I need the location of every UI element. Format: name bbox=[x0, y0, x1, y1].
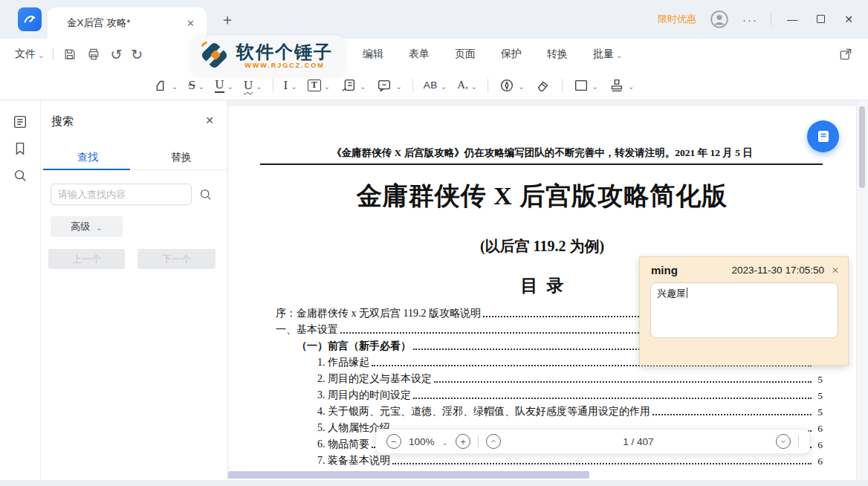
doc-rule bbox=[260, 163, 823, 165]
chevron-down-icon bbox=[441, 79, 447, 92]
chevron-down-icon bbox=[360, 79, 366, 92]
print-button[interactable] bbox=[86, 47, 101, 62]
insert-text-tool-button[interactable]: A, bbox=[452, 74, 482, 97]
tab-title: 金X后宫 攻略* bbox=[67, 16, 187, 30]
highlight-tool-button[interactable] bbox=[147, 74, 183, 97]
maximize-button[interactable] bbox=[813, 13, 828, 25]
insert-caret-tool-button[interactable]: I bbox=[279, 74, 302, 97]
menu-page[interactable]: 页面 bbox=[455, 48, 476, 61]
menu-batch[interactable]: 批量 bbox=[593, 48, 622, 61]
chevron-down-icon bbox=[395, 79, 401, 92]
undo-button[interactable]: ↺ bbox=[110, 48, 122, 62]
replace-text-icon: AB bbox=[424, 80, 438, 91]
strikethrough-tool-button[interactable]: S bbox=[183, 74, 210, 97]
user-avatar-icon[interactable] bbox=[710, 10, 729, 29]
search-panel-button[interactable] bbox=[12, 167, 28, 184]
tab-find[interactable]: 查找 bbox=[41, 149, 135, 169]
toolbar-divider bbox=[488, 79, 488, 92]
pagebar-divider bbox=[798, 435, 799, 447]
search-icon[interactable] bbox=[198, 187, 213, 201]
squiggly-underline-icon: U bbox=[244, 79, 253, 91]
chevron-down-icon bbox=[592, 79, 598, 92]
vertical-scrollbar-thumb[interactable] bbox=[859, 106, 865, 188]
previous-result-button[interactable]: 上一个 bbox=[48, 249, 125, 269]
draw-tool-button[interactable] bbox=[493, 74, 529, 97]
doc-title: 金庸群侠传 X 后宫版攻略简化版 bbox=[228, 179, 856, 213]
chevron-down-icon bbox=[291, 79, 297, 92]
redo-button[interactable]: ↻ bbox=[131, 48, 143, 62]
replace-text-tool-button[interactable]: AB bbox=[418, 74, 452, 97]
eraser-tool-button[interactable] bbox=[530, 74, 557, 97]
shape-tool-button[interactable] bbox=[568, 74, 603, 97]
zoom-out-button[interactable]: − bbox=[386, 434, 401, 449]
zoom-level[interactable]: 100% bbox=[409, 436, 435, 447]
page-top-gap bbox=[228, 100, 856, 106]
annotation-fab-button[interactable] bbox=[807, 120, 839, 152]
toc-row: 4. 关于银两、元宝、道德、淫邪、绿帽值、队友好感度等通用设定的作用5 bbox=[276, 402, 823, 418]
comment-popup[interactable]: ming 2023-11-30 17:05:50 ✕ 兴趣屋 bbox=[639, 256, 849, 366]
chevron-down-icon bbox=[628, 79, 634, 92]
more-menu-button[interactable]: ··· bbox=[742, 13, 757, 26]
window-bottom-edge bbox=[0, 480, 868, 486]
chevron-down-icon bbox=[38, 48, 44, 60]
search-input[interactable] bbox=[51, 184, 192, 205]
next-result-button[interactable]: 下一个 bbox=[137, 249, 216, 269]
stamp-icon bbox=[609, 77, 625, 94]
horizontal-scrollbar-thumb[interactable] bbox=[228, 471, 589, 479]
comment-text-area[interactable]: 兴趣屋 bbox=[650, 282, 838, 338]
callout-note-icon bbox=[340, 77, 357, 94]
stamp-tool-button[interactable] bbox=[603, 74, 639, 97]
vertical-scrollbar[interactable] bbox=[856, 100, 868, 486]
next-page-button[interactable] bbox=[776, 434, 791, 449]
minimize-button[interactable]: — bbox=[785, 13, 800, 25]
zoom-in-button[interactable]: + bbox=[456, 434, 470, 449]
previous-page-button[interactable] bbox=[486, 434, 501, 449]
menu-form[interactable]: 表单 bbox=[409, 48, 430, 61]
file-menu[interactable]: 文件 bbox=[15, 48, 44, 61]
toc-row: 2. 周目的定义与基本设定5 bbox=[276, 369, 823, 386]
tab-replace[interactable]: 替换 bbox=[135, 149, 228, 169]
titlebar-divider bbox=[771, 13, 771, 25]
search-panel-close-icon[interactable]: ✕ bbox=[205, 114, 214, 126]
toolbar-strip: 文件 ↺ ↻ 编辑 表单 页面 保护 转换 批量 S bbox=[0, 39, 868, 100]
page-indicator[interactable]: 1 / 407 bbox=[508, 436, 768, 447]
chevron-down-icon bbox=[518, 79, 524, 92]
bookmarks-panel-button[interactable] bbox=[12, 140, 28, 157]
callout-tool-button[interactable] bbox=[335, 74, 371, 97]
promo-link[interactable]: 限时优惠 bbox=[658, 13, 696, 26]
comment-tool-button[interactable] bbox=[371, 74, 407, 97]
document-view[interactable]: 《金庸群侠传 X 后宫版攻略》仍在攻略编写团队的不断完善中，转发请注明。2021… bbox=[228, 100, 868, 486]
search-panel-title: 搜索 bbox=[51, 114, 74, 129]
toolbar-divider bbox=[53, 48, 54, 60]
page-navigation-bar: − 100% + 1 / 407 bbox=[375, 429, 810, 454]
titlebar: 金X后宫 攻略* ✕ ＋ 限时优惠 ··· — ✕ bbox=[0, 0, 868, 39]
squiggly-tool-button[interactable]: U bbox=[239, 74, 268, 97]
toolbar-divider bbox=[412, 79, 413, 92]
comment-text: 兴趣屋 bbox=[657, 288, 686, 299]
tab-close-icon[interactable]: ✕ bbox=[187, 18, 195, 29]
toolbar-divider bbox=[273, 79, 273, 92]
save-button[interactable] bbox=[62, 47, 77, 62]
watermark-brand: 软件个锤子 bbox=[236, 42, 333, 61]
chevron-down-icon[interactable] bbox=[442, 436, 448, 447]
textbox-tool-button[interactable]: T bbox=[302, 74, 335, 97]
thumbnails-panel-button[interactable] bbox=[12, 114, 28, 130]
open-external-icon[interactable] bbox=[838, 47, 853, 62]
advanced-search-button[interactable]: 高级 bbox=[51, 216, 123, 237]
document-tab[interactable]: 金X后宫 攻略* ✕ bbox=[48, 7, 207, 39]
chevron-down-icon bbox=[227, 79, 233, 92]
chevron-down-icon bbox=[616, 48, 622, 60]
new-tab-button[interactable]: ＋ bbox=[218, 10, 236, 28]
eraser-icon bbox=[535, 77, 551, 94]
menu-convert[interactable]: 转换 bbox=[547, 48, 568, 61]
underline-tool-button[interactable]: U bbox=[210, 74, 239, 97]
comment-close-icon[interactable]: ✕ bbox=[832, 265, 839, 276]
menu-protect[interactable]: 保护 bbox=[501, 48, 522, 61]
caret-icon: I bbox=[284, 79, 288, 91]
search-panel: 搜索 ✕ 查找 替换 高级 上一个 下一个 bbox=[41, 100, 228, 486]
close-button[interactable]: ✕ bbox=[841, 13, 856, 25]
strikethrough-icon: S bbox=[188, 79, 195, 91]
menu-edit[interactable]: 编辑 bbox=[363, 48, 383, 61]
chevron-down-icon bbox=[471, 79, 477, 92]
watermark: 软件个锤子 WWW.RJGCZ.COM bbox=[192, 36, 345, 76]
